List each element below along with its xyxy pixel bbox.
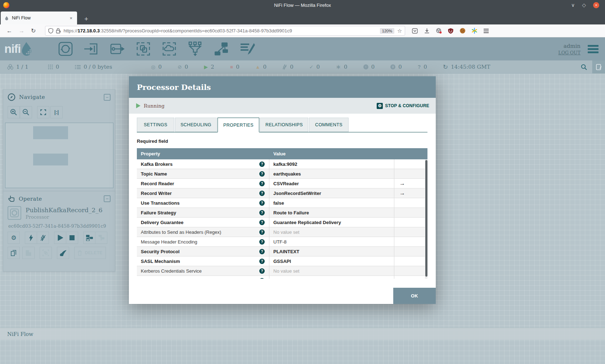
birdseye-minimap[interactable] bbox=[5, 123, 113, 188]
go-to-service-icon[interactable]: → bbox=[399, 190, 405, 196]
tracking-shield-icon[interactable] bbox=[48, 28, 53, 33]
tab-relationships[interactable]: RELATIONSHIPS bbox=[260, 118, 308, 132]
tab-close-icon[interactable]: × bbox=[68, 15, 73, 21]
help-icon[interactable]: ? bbox=[259, 229, 265, 235]
navigate-collapse-button[interactable]: − bbox=[104, 94, 111, 101]
navigate-title: Navigate bbox=[19, 94, 45, 100]
fill-color-brush-button[interactable] bbox=[57, 247, 69, 259]
disable-button[interactable] bbox=[37, 232, 49, 244]
help-icon[interactable]: ? bbox=[259, 239, 265, 245]
status-stopped: ■0 bbox=[230, 64, 239, 70]
logout-link[interactable]: LOG OUT bbox=[558, 50, 581, 55]
create-template-button[interactable] bbox=[83, 232, 95, 244]
go-to-service-icon[interactable]: → bbox=[399, 180, 405, 187]
not-transmitting-icon: ⊘ bbox=[178, 64, 182, 69]
refresh-icon[interactable]: ↻ bbox=[443, 64, 448, 70]
compass-icon bbox=[8, 93, 15, 101]
template-component-icon[interactable] bbox=[212, 40, 230, 58]
enable-button[interactable] bbox=[25, 232, 37, 244]
table-row: Delivery Guarantee? Guarantee Replicated… bbox=[137, 218, 427, 227]
tab-comments[interactable]: COMMENTS bbox=[309, 118, 349, 132]
tab-properties[interactable]: PROPERTIES bbox=[218, 118, 259, 132]
breadcrumb[interactable]: NiFi Flow bbox=[7, 331, 33, 337]
url-bar[interactable]: https://172.18.0.3:32558/nifi/?processGr… bbox=[45, 26, 405, 36]
status-up-to-date: ✓0 bbox=[309, 64, 320, 70]
table-row: Message Header Encoding? UTF-8 bbox=[137, 237, 427, 247]
browser-tab[interactable]: NiFi Flow × bbox=[1, 12, 77, 24]
properties-table: Property Value Kafka Brokers? kafka:9092… bbox=[137, 148, 427, 279]
downloads-icon[interactable] bbox=[424, 28, 430, 34]
back-icon[interactable]: ← bbox=[6, 28, 12, 34]
tab-title: NiFi Flow bbox=[12, 15, 68, 21]
minimap-component bbox=[33, 126, 68, 139]
connection-lock-icon[interactable] bbox=[56, 28, 60, 33]
locally-modified-asterisk-icon: ∗ bbox=[336, 64, 341, 70]
dialog-status-row: Running ⚙ STOP & CONFIGURE bbox=[129, 98, 436, 114]
stop-and-configure-button[interactable]: ⚙ STOP & CONFIGURE bbox=[377, 103, 429, 109]
bookmark-star-icon[interactable]: ☆ bbox=[397, 28, 402, 34]
help-icon[interactable]: ? bbox=[259, 259, 265, 264]
copy-button[interactable] bbox=[8, 247, 20, 259]
properties-table-header: Property Value bbox=[137, 148, 427, 159]
table-row: Kerberos Credentials Service? No value s… bbox=[137, 266, 427, 276]
tab-settings[interactable]: SETTINGS bbox=[137, 118, 174, 132]
configure-button[interactable]: ⚙ bbox=[8, 232, 20, 244]
help-icon[interactable]: ? bbox=[259, 249, 265, 254]
zoom-fit-button[interactable] bbox=[37, 106, 49, 118]
window-minimize-button[interactable]: ∨ bbox=[571, 3, 575, 8]
search-icon[interactable] bbox=[576, 64, 592, 70]
birdseye-toggle-button[interactable] bbox=[592, 60, 605, 73]
window-close-button[interactable]: × bbox=[593, 2, 599, 8]
processor-component-icon[interactable] bbox=[57, 40, 75, 58]
help-icon[interactable]: ? bbox=[259, 191, 265, 196]
label-component-icon[interactable] bbox=[238, 40, 256, 58]
delete-button: DELETE bbox=[74, 247, 106, 259]
page-zoom-button[interactable]: 120% bbox=[380, 28, 394, 34]
global-menu-icon[interactable] bbox=[588, 45, 599, 53]
pocket-icon[interactable] bbox=[412, 28, 418, 34]
component-toolbar bbox=[57, 40, 256, 58]
tab-scheduling[interactable]: SCHEDULING bbox=[175, 118, 217, 132]
help-icon[interactable]: ? bbox=[259, 268, 265, 274]
process-group-component-icon[interactable] bbox=[134, 40, 152, 58]
remote-process-group-component-icon[interactable] bbox=[160, 40, 178, 58]
help-icon[interactable]: ? bbox=[259, 200, 265, 206]
zoom-actual-size-button[interactable]: |:| bbox=[50, 106, 63, 118]
help-icon[interactable]: ? bbox=[259, 181, 265, 186]
input-port-component-icon[interactable] bbox=[82, 40, 100, 58]
colorful-asterisk-extension-icon[interactable] bbox=[471, 28, 478, 34]
new-tab-button[interactable]: + bbox=[82, 15, 90, 24]
extension-generic-icon[interactable] bbox=[435, 28, 442, 34]
hand-pointer-icon bbox=[8, 195, 15, 203]
window-maximize-button[interactable]: ◇ bbox=[582, 3, 586, 8]
start-button[interactable] bbox=[54, 232, 66, 244]
zoom-out-button[interactable] bbox=[20, 106, 32, 118]
help-icon[interactable]: ? bbox=[259, 278, 265, 279]
ublock-shield-icon[interactable] bbox=[447, 28, 454, 34]
ok-button[interactable]: OK bbox=[393, 288, 436, 304]
processor-run-status: Running bbox=[144, 103, 165, 109]
status-refresh[interactable]: ↻ 14:45:08 GMT bbox=[443, 64, 490, 70]
stop-button[interactable] bbox=[66, 232, 78, 244]
help-icon[interactable]: ? bbox=[259, 210, 265, 215]
operate-collapse-button[interactable]: − bbox=[104, 195, 111, 202]
zoom-in-button[interactable] bbox=[8, 106, 20, 118]
help-icon[interactable]: ? bbox=[259, 220, 265, 225]
reload-icon[interactable]: ↻ bbox=[31, 27, 36, 34]
help-icon[interactable]: ? bbox=[259, 161, 265, 167]
funnel-component-icon[interactable] bbox=[186, 40, 204, 58]
help-icon[interactable]: ? bbox=[259, 171, 265, 177]
status-active-threads: 0 bbox=[48, 64, 59, 70]
table-row: Failure Strategy? Route to Failure bbox=[137, 208, 427, 218]
queue-list-icon bbox=[75, 65, 81, 69]
browser-menu-icon[interactable] bbox=[483, 28, 489, 34]
last-refresh-time: 14:45:08 GMT bbox=[451, 64, 490, 70]
nifi-header: nifi admin LOG OUT bbox=[0, 37, 605, 60]
browser-navbar: ← → ↻ https://172.18.0.3:32558/nifi/?pro… bbox=[0, 24, 605, 37]
table-row: Record Writer? JsonRecordSetWriter → bbox=[137, 188, 427, 198]
group-button bbox=[40, 247, 52, 259]
table-scrollbar-thumb[interactable] bbox=[425, 160, 427, 277]
cookie-extension-icon[interactable] bbox=[459, 28, 466, 34]
table-scrollbar[interactable] bbox=[425, 159, 427, 279]
output-port-component-icon[interactable] bbox=[108, 40, 126, 58]
